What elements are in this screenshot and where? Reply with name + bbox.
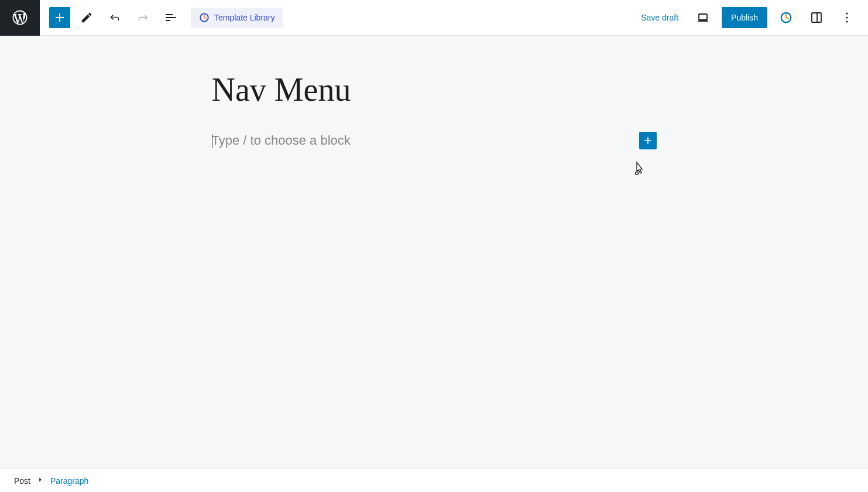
undo-icon <box>108 11 122 25</box>
preview-button[interactable] <box>691 6 715 29</box>
wordpress-icon <box>11 9 29 26</box>
pencil-icon <box>80 11 93 24</box>
svg-point-7 <box>846 20 848 22</box>
inline-add-block-button[interactable] <box>639 132 657 149</box>
post-title[interactable]: Nav Menu <box>212 71 657 108</box>
settings-sidebar-button[interactable] <box>805 6 828 29</box>
breadcrumb-current[interactable]: Paragraph <box>50 476 88 486</box>
wordpress-logo[interactable] <box>0 0 40 36</box>
sidebar-icon <box>809 11 824 25</box>
editor-toolbar: Template Library Save draft Publish <box>0 0 868 36</box>
content-area: Nav Menu Type / to choose a block <box>212 71 657 149</box>
publish-button[interactable]: Publish <box>722 7 767 28</box>
save-draft-button[interactable]: Save draft <box>635 9 684 26</box>
breadcrumb-root[interactable]: Post <box>14 476 30 486</box>
svg-rect-3 <box>812 13 821 22</box>
options-button[interactable] <box>835 6 859 29</box>
list-view-icon <box>164 11 178 25</box>
more-vertical-icon <box>840 11 854 25</box>
template-library-icon <box>199 12 210 23</box>
block-placeholder-text: Type / to choose a block <box>212 133 351 148</box>
document-overview-button[interactable] <box>159 6 183 29</box>
template-library-label: Template Library <box>214 13 275 22</box>
chevron-right-icon <box>36 476 44 486</box>
plus-icon <box>53 11 67 25</box>
plugin-button[interactable] <box>774 6 798 29</box>
redo-icon <box>136 11 150 25</box>
empty-paragraph-block: Type / to choose a block <box>212 132 657 149</box>
template-library-button[interactable]: Template Library <box>191 8 283 28</box>
toolbar-right: Save draft Publish <box>635 6 868 29</box>
plugin-icon <box>780 11 792 24</box>
plus-icon <box>642 135 654 146</box>
block-breadcrumb: Post Paragraph <box>0 469 868 492</box>
laptop-icon <box>696 11 710 25</box>
editor-canvas[interactable]: Nav Menu Type / to choose a block <box>0 36 868 469</box>
tools-button[interactable] <box>75 6 98 29</box>
toolbar-left: Template Library <box>40 6 283 29</box>
svg-rect-1 <box>699 14 707 20</box>
toggle-block-inserter-button[interactable] <box>49 7 70 28</box>
undo-button[interactable] <box>103 6 126 29</box>
svg-point-5 <box>846 12 848 14</box>
redo-button[interactable] <box>131 6 155 29</box>
block-placeholder[interactable]: Type / to choose a block <box>212 133 639 148</box>
text-cursor <box>212 134 212 148</box>
svg-point-6 <box>846 16 848 18</box>
